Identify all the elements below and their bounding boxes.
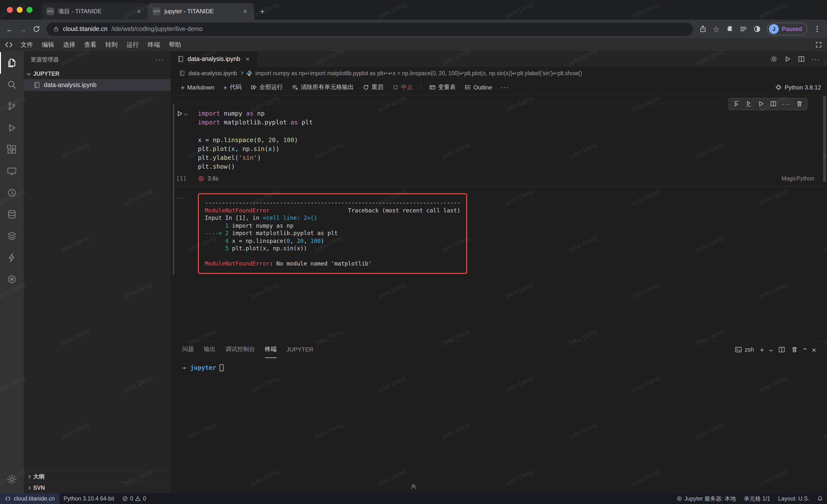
add-code-button[interactable]: +代码 xyxy=(220,81,245,94)
extensions-puzzle-icon[interactable] xyxy=(726,25,734,33)
menu-edit[interactable]: 编辑 xyxy=(38,39,58,50)
run-cell-icon[interactable] xyxy=(176,110,183,117)
kernel-picker[interactable]: Python 3.8.12 xyxy=(775,84,821,91)
language-mode[interactable]: MagicPython xyxy=(781,175,814,181)
new-tab-button[interactable]: + xyxy=(254,7,271,20)
database-icon[interactable] xyxy=(0,204,23,225)
python-interpreter[interactable]: Python 3.10.4 64-bit xyxy=(59,493,118,504)
breadcrumb-file[interactable]: data-analysis.ipynb xyxy=(189,70,237,76)
code-cell[interactable]: import numpy as npimport matplotlib.pypl… xyxy=(171,104,827,174)
panel-tab-terminal[interactable]: 终端 xyxy=(265,341,277,358)
vscode-logo-icon xyxy=(5,41,13,49)
panel-tab-output[interactable]: 输出 xyxy=(204,341,215,358)
reload-button[interactable] xyxy=(33,25,40,33)
bookmark-star-icon[interactable]: ☆ xyxy=(713,24,720,34)
checklist-icon[interactable] xyxy=(740,25,747,33)
settings-gear-icon[interactable] xyxy=(0,468,23,490)
explorer-icon[interactable] xyxy=(0,52,23,74)
asterisk-circle-icon[interactable] xyxy=(0,269,23,290)
cell-code[interactable]: import numpy as npimport matplotlib.pypl… xyxy=(198,109,814,171)
source-control-icon[interactable] xyxy=(0,95,23,117)
forward-button[interactable]: → xyxy=(19,25,27,33)
contrast-icon[interactable] xyxy=(753,25,761,33)
menu-go[interactable]: 转到 xyxy=(101,39,121,50)
terminal-dropdown-icon[interactable] xyxy=(770,348,773,351)
notifications-bell-icon[interactable] xyxy=(813,493,827,504)
menu-run[interactable]: 运行 xyxy=(123,39,143,50)
execute-above-icon[interactable] xyxy=(733,100,740,107)
menu-view[interactable]: 查看 xyxy=(80,39,100,50)
svn-section-header[interactable]: SVN xyxy=(23,482,171,493)
breadcrumb-cell-content[interactable]: import numpy as np↵import matplotlib.pyp… xyxy=(255,69,582,76)
browser-tab-project[interactable]: </> 项目 - TITANIDE × xyxy=(41,3,148,20)
restart-button[interactable]: 重启 xyxy=(359,81,387,94)
interrupt-stop-icon xyxy=(392,84,398,91)
delete-cell-icon[interactable] xyxy=(796,100,803,107)
back-button[interactable]: ← xyxy=(6,25,13,33)
fullscreen-icon[interactable] xyxy=(815,41,822,48)
terminal-view[interactable]: →jupyter xyxy=(171,358,827,493)
add-markdown-button[interactable]: +Markdown xyxy=(177,81,218,93)
debug-cell-icon[interactable] xyxy=(757,100,764,107)
split-terminal-icon[interactable] xyxy=(778,346,785,353)
layers-icon[interactable] xyxy=(0,225,23,247)
browser-tab-jupyter[interactable]: </> jupyter - TITANIDE × xyxy=(148,3,254,20)
cell-more-actions-icon[interactable]: ··· xyxy=(782,100,790,108)
clear-outputs-button[interactable]: 清除所有单元格输出 xyxy=(288,81,357,94)
run-icon[interactable] xyxy=(784,56,791,62)
history-icon[interactable] xyxy=(0,182,23,204)
run-cell-dropdown-icon[interactable] xyxy=(184,112,187,115)
run-all-button[interactable]: 全部运行 xyxy=(247,81,286,94)
editor-tab-close-icon[interactable]: × xyxy=(244,55,251,63)
address-bar[interactable]: cloud.titanide.cn/ide/web/coding/jupyter… xyxy=(46,22,693,36)
menu-terminal[interactable]: 终端 xyxy=(144,39,164,50)
tab-close-icon[interactable]: × xyxy=(241,7,249,15)
share-icon[interactable] xyxy=(699,25,707,33)
remote-indicator[interactable]: cloud.titanide.cn xyxy=(0,493,59,504)
tab-close-icon[interactable]: × xyxy=(135,7,143,15)
kill-terminal-icon[interactable] xyxy=(791,346,798,353)
split-editor-icon[interactable] xyxy=(798,56,805,62)
window-minimize-button[interactable] xyxy=(17,7,22,13)
remote-explorer-icon[interactable] xyxy=(0,160,23,182)
variables-button[interactable]: 变量表 xyxy=(426,81,459,94)
extensions-icon[interactable] xyxy=(0,139,23,160)
terminal-shell-selector[interactable]: zsh xyxy=(735,346,754,353)
interrupt-button[interactable]: 中止 xyxy=(389,81,416,94)
toolbar-more-actions-icon[interactable]: ··· xyxy=(498,83,512,91)
breadcrumb[interactable]: data-analysis.ipynb import numpy as np↵i… xyxy=(171,67,827,79)
new-terminal-button[interactable]: + xyxy=(760,345,764,354)
cell-position-indicator[interactable]: 单元格 1/1 xyxy=(740,493,774,504)
editor-scrollbar[interactable] xyxy=(823,96,826,182)
run-debug-icon[interactable] xyxy=(0,117,23,139)
search-icon[interactable] xyxy=(0,74,23,95)
profile-button[interactable]: J Paused xyxy=(767,22,807,36)
file-item-notebook[interactable]: data-analysis.ipynb xyxy=(23,79,171,91)
window-zoom-button[interactable] xyxy=(27,7,33,13)
window-close-button[interactable] xyxy=(7,7,13,13)
notebook-settings-gear-icon[interactable] xyxy=(770,56,777,62)
browser-menu-kebab-icon[interactable] xyxy=(813,25,821,33)
output-more-actions-icon[interactable]: ··· xyxy=(176,193,198,274)
lightning-icon[interactable] xyxy=(0,247,23,269)
keyboard-layout-indicator[interactable]: Layout: U.S. xyxy=(774,493,813,504)
editor-more-actions-icon[interactable]: ··· xyxy=(812,55,820,63)
outline-button[interactable]: Outline xyxy=(461,82,495,93)
panel-tab-debug-console[interactable]: 调试控制台 xyxy=(226,341,255,358)
explorer-more-actions-icon[interactable]: ··· xyxy=(155,56,164,63)
panel-tab-jupyter[interactable]: JUPYTER xyxy=(287,341,313,358)
menu-help[interactable]: 帮助 xyxy=(165,39,185,50)
close-panel-icon[interactable]: × xyxy=(812,345,816,354)
editor-tab-notebook[interactable]: data-analysis.ipynb × xyxy=(171,51,258,67)
split-cell-icon[interactable] xyxy=(770,100,777,107)
menu-file[interactable]: 文件 xyxy=(17,39,37,50)
menu-selection[interactable]: 选择 xyxy=(59,39,79,50)
workspace-section-header[interactable]: JUPYTER xyxy=(23,68,171,79)
problems-indicator[interactable]: 0 0 xyxy=(118,493,150,504)
maximize-panel-icon[interactable] xyxy=(804,348,807,351)
panel-tab-problems[interactable]: 问题 xyxy=(182,341,194,358)
execute-below-icon[interactable] xyxy=(745,100,752,107)
expand-panel-chevrons-icon[interactable] xyxy=(412,486,415,490)
jupyter-server-indicator[interactable]: Jupyter 服务器: 本地 xyxy=(672,493,740,504)
outline-section-header[interactable]: 大纲 xyxy=(23,470,171,482)
